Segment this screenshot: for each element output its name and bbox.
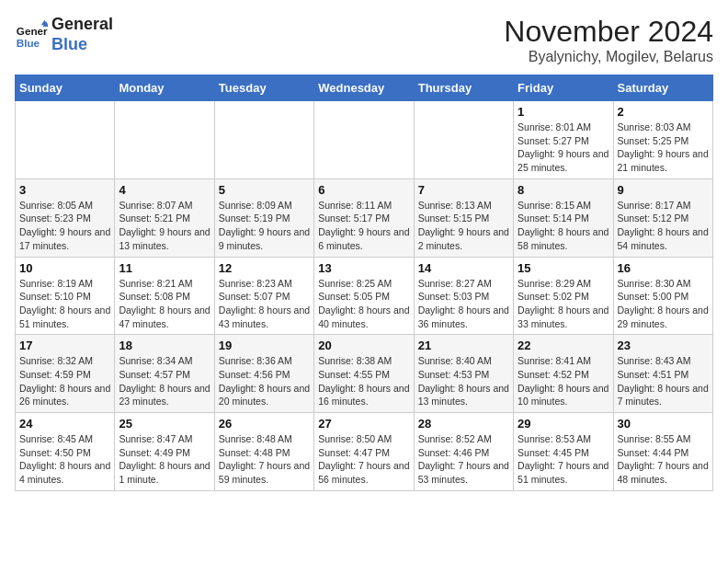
day-number: 13: [318, 261, 409, 275]
day-number: 15: [518, 261, 609, 275]
day-header-monday: Monday: [115, 75, 214, 101]
day-number: 3: [19, 183, 110, 197]
day-number: 11: [119, 261, 210, 275]
day-info: Sunrise: 8:27 AM Sunset: 5:03 PM Dayligh…: [418, 277, 509, 331]
day-info: Sunrise: 8:53 AM Sunset: 4:45 PM Dayligh…: [518, 432, 609, 487]
calendar-cell: 16Sunrise: 8:30 AM Sunset: 5:00 PM Dayli…: [613, 257, 712, 335]
day-info: Sunrise: 8:32 AM Sunset: 4:59 PM Dayligh…: [19, 354, 110, 408]
calendar-week-5: 24Sunrise: 8:45 AM Sunset: 4:50 PM Dayli…: [16, 413, 713, 491]
calendar-cell: 5Sunrise: 8:09 AM Sunset: 5:19 PM Daylig…: [214, 178, 313, 257]
day-number: 14: [418, 261, 509, 275]
calendar-cell: [214, 101, 313, 179]
day-info: Sunrise: 8:34 AM Sunset: 4:57 PM Dayligh…: [119, 354, 210, 408]
calendar-cell: 7Sunrise: 8:13 AM Sunset: 5:15 PM Daylig…: [414, 178, 513, 257]
day-number: 19: [219, 339, 310, 352]
page-subtitle: Byalynichy, Mogilev, Belarus: [504, 49, 713, 65]
calendar-week-1: 1Sunrise: 8:01 AM Sunset: 5:27 PM Daylig…: [16, 101, 713, 179]
calendar-cell: [414, 101, 513, 179]
day-info: Sunrise: 8:30 AM Sunset: 5:00 PM Dayligh…: [618, 277, 709, 331]
day-info: Sunrise: 8:25 AM Sunset: 5:05 PM Dayligh…: [318, 277, 409, 331]
calendar-cell: 2Sunrise: 8:03 AM Sunset: 5:25 PM Daylig…: [613, 101, 712, 179]
day-info: Sunrise: 8:38 AM Sunset: 4:55 PM Dayligh…: [318, 354, 409, 408]
calendar-cell: 12Sunrise: 8:23 AM Sunset: 5:07 PM Dayli…: [214, 257, 313, 335]
calendar-week-2: 3Sunrise: 8:05 AM Sunset: 5:23 PM Daylig…: [16, 178, 713, 257]
calendar-cell: 3Sunrise: 8:05 AM Sunset: 5:23 PM Daylig…: [16, 178, 115, 257]
day-header-tuesday: Tuesday: [214, 75, 313, 101]
page-title: November 2024: [504, 15, 713, 49]
calendar-cell: 1Sunrise: 8:01 AM Sunset: 5:27 PM Daylig…: [514, 101, 613, 179]
calendar-week-4: 17Sunrise: 8:32 AM Sunset: 4:59 PM Dayli…: [16, 335, 713, 413]
calendar-cell: 25Sunrise: 8:47 AM Sunset: 4:49 PM Dayli…: [115, 413, 214, 491]
logo-line1: General: [51, 15, 113, 35]
calendar-cell: 24Sunrise: 8:45 AM Sunset: 4:50 PM Dayli…: [16, 413, 115, 491]
day-info: Sunrise: 8:50 AM Sunset: 4:47 PM Dayligh…: [318, 432, 409, 487]
day-number: 2: [618, 105, 709, 119]
day-info: Sunrise: 8:03 AM Sunset: 5:25 PM Dayligh…: [618, 121, 709, 175]
calendar-cell: 29Sunrise: 8:53 AM Sunset: 4:45 PM Dayli…: [514, 413, 613, 491]
day-number: 25: [119, 417, 210, 431]
calendar-table: SundayMondayTuesdayWednesdayThursdayFrid…: [15, 75, 713, 491]
day-number: 29: [518, 417, 609, 431]
logo-icon: General Blue: [15, 18, 48, 52]
day-header-saturday: Saturday: [613, 75, 712, 101]
calendar-cell: 15Sunrise: 8:29 AM Sunset: 5:02 PM Dayli…: [514, 257, 613, 335]
day-info: Sunrise: 8:41 AM Sunset: 4:52 PM Dayligh…: [518, 354, 609, 408]
day-number: 26: [219, 417, 310, 431]
calendar-cell: 4Sunrise: 8:07 AM Sunset: 5:21 PM Daylig…: [115, 178, 214, 257]
calendar-cell: 21Sunrise: 8:40 AM Sunset: 4:53 PM Dayli…: [414, 335, 513, 413]
calendar-cell: 13Sunrise: 8:25 AM Sunset: 5:05 PM Dayli…: [314, 257, 414, 335]
day-info: Sunrise: 8:13 AM Sunset: 5:15 PM Dayligh…: [418, 199, 509, 253]
day-info: Sunrise: 8:17 AM Sunset: 5:12 PM Dayligh…: [618, 199, 709, 253]
day-info: Sunrise: 8:45 AM Sunset: 4:50 PM Dayligh…: [19, 432, 110, 487]
day-info: Sunrise: 8:48 AM Sunset: 4:48 PM Dayligh…: [219, 432, 310, 487]
day-number: 1: [518, 105, 609, 119]
calendar-cell: 27Sunrise: 8:50 AM Sunset: 4:47 PM Dayli…: [314, 413, 414, 491]
calendar-cell: [16, 101, 115, 179]
day-header-friday: Friday: [514, 75, 613, 101]
day-number: 9: [618, 183, 709, 197]
day-number: 21: [418, 339, 509, 352]
day-info: Sunrise: 8:29 AM Sunset: 5:02 PM Dayligh…: [518, 277, 609, 331]
day-info: Sunrise: 8:05 AM Sunset: 5:23 PM Dayligh…: [19, 199, 110, 253]
day-info: Sunrise: 8:07 AM Sunset: 5:21 PM Dayligh…: [119, 199, 210, 253]
calendar-cell: 10Sunrise: 8:19 AM Sunset: 5:10 PM Dayli…: [16, 257, 115, 335]
day-header-thursday: Thursday: [414, 75, 513, 101]
calendar-cell: 9Sunrise: 8:17 AM Sunset: 5:12 PM Daylig…: [613, 178, 712, 257]
day-info: Sunrise: 8:09 AM Sunset: 5:19 PM Dayligh…: [219, 199, 310, 253]
calendar-cell: 6Sunrise: 8:11 AM Sunset: 5:17 PM Daylig…: [314, 178, 414, 257]
day-number: 28: [418, 417, 509, 431]
calendar-cell: 11Sunrise: 8:21 AM Sunset: 5:08 PM Dayli…: [115, 257, 214, 335]
calendar-cell: 23Sunrise: 8:43 AM Sunset: 4:51 PM Dayli…: [613, 335, 712, 413]
day-number: 24: [19, 417, 110, 431]
calendar-cell: 17Sunrise: 8:32 AM Sunset: 4:59 PM Dayli…: [16, 335, 115, 413]
calendar-body: 1Sunrise: 8:01 AM Sunset: 5:27 PM Daylig…: [16, 101, 713, 491]
calendar-cell: 8Sunrise: 8:15 AM Sunset: 5:14 PM Daylig…: [514, 178, 613, 257]
calendar-cell: 20Sunrise: 8:38 AM Sunset: 4:55 PM Dayli…: [314, 335, 414, 413]
day-number: 6: [318, 183, 409, 197]
calendar-cell: 18Sunrise: 8:34 AM Sunset: 4:57 PM Dayli…: [115, 335, 214, 413]
title-block: November 2024 Byalynichy, Mogilev, Belar…: [504, 15, 713, 65]
logo: General Blue General Blue: [15, 15, 113, 54]
day-number: 27: [318, 417, 409, 431]
day-number: 23: [618, 339, 709, 352]
day-info: Sunrise: 8:47 AM Sunset: 4:49 PM Dayligh…: [119, 432, 210, 487]
day-info: Sunrise: 8:55 AM Sunset: 4:44 PM Dayligh…: [618, 432, 709, 487]
calendar-cell: [314, 101, 414, 179]
day-info: Sunrise: 8:21 AM Sunset: 5:08 PM Dayligh…: [119, 277, 210, 331]
day-info: Sunrise: 8:52 AM Sunset: 4:46 PM Dayligh…: [418, 432, 509, 487]
day-number: 12: [219, 261, 310, 275]
day-info: Sunrise: 8:43 AM Sunset: 4:51 PM Dayligh…: [618, 354, 709, 408]
day-number: 17: [19, 339, 110, 352]
day-number: 30: [618, 417, 709, 431]
calendar-header-row: SundayMondayTuesdayWednesdayThursdayFrid…: [16, 75, 713, 101]
calendar-cell: [115, 101, 214, 179]
day-number: 4: [119, 183, 210, 197]
day-info: Sunrise: 8:19 AM Sunset: 5:10 PM Dayligh…: [19, 277, 110, 331]
day-info: Sunrise: 8:23 AM Sunset: 5:07 PM Dayligh…: [219, 277, 310, 331]
day-info: Sunrise: 8:36 AM Sunset: 4:56 PM Dayligh…: [219, 354, 310, 408]
calendar-cell: 26Sunrise: 8:48 AM Sunset: 4:48 PM Dayli…: [214, 413, 313, 491]
page-header: General Blue General Blue November 2024 …: [15, 15, 713, 65]
logo-line2: Blue: [51, 35, 113, 55]
day-info: Sunrise: 8:01 AM Sunset: 5:27 PM Dayligh…: [518, 121, 609, 175]
day-header-wednesday: Wednesday: [314, 75, 414, 101]
